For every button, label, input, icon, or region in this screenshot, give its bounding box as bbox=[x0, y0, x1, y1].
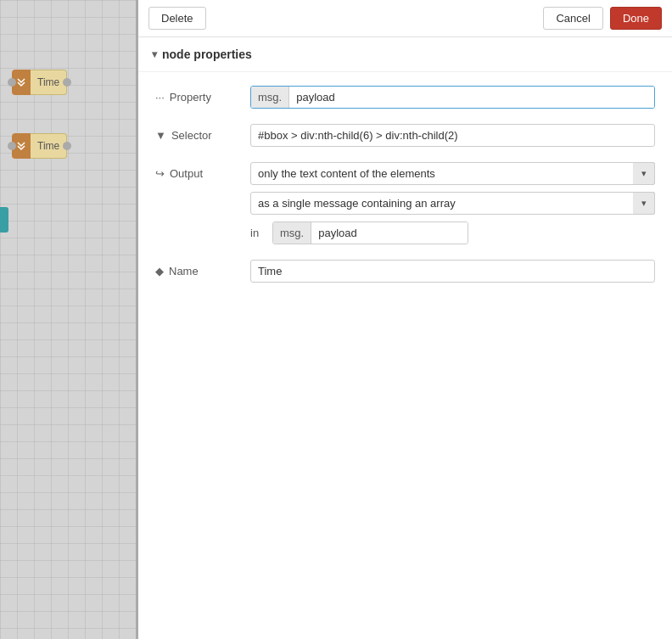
node-connector-left bbox=[8, 78, 16, 87]
property-label: ··· Property bbox=[155, 86, 240, 104]
section-header[interactable]: ▾ node properties bbox=[138, 37, 672, 72]
done-button[interactable]: Done bbox=[610, 7, 662, 30]
output-label: ↪ Output bbox=[155, 162, 240, 180]
output-row: ↪ Output only the text content of the el… bbox=[155, 162, 655, 244]
node-label-2: Time bbox=[31, 133, 67, 159]
collapse-icon: ▾ bbox=[152, 48, 157, 60]
output-group: only the text content of the elements as… bbox=[250, 162, 655, 244]
node-time-1[interactable]: Time bbox=[12, 70, 67, 95]
in-prefix-label: msg. bbox=[273, 222, 311, 244]
selector-input[interactable] bbox=[250, 124, 655, 147]
property-row: ··· Property msg. bbox=[155, 86, 655, 109]
selector-label: ▼ Selector bbox=[155, 124, 240, 142]
in-label: in bbox=[250, 227, 267, 239]
in-input-group: msg. bbox=[272, 221, 468, 244]
selector-icon: ▼ bbox=[155, 129, 166, 142]
toolbar: Delete Cancel Done bbox=[138, 0, 672, 37]
name-label: ◆ Name bbox=[155, 260, 240, 277]
property-input[interactable] bbox=[289, 87, 654, 108]
canvas: Time Time bbox=[0, 0, 136, 639]
output-format-wrapper: as a single message containing an array … bbox=[250, 192, 655, 215]
name-icon: ◆ bbox=[155, 265, 164, 277]
toolbar-right: Cancel Done bbox=[543, 7, 662, 30]
node-connector-right-2 bbox=[63, 142, 71, 150]
property-input-group: msg. bbox=[250, 86, 655, 109]
node-connector-right bbox=[63, 78, 71, 87]
section-title: node properties bbox=[162, 48, 252, 61]
properties-panel: Delete Cancel Done ▾ node properties ···… bbox=[138, 0, 672, 639]
node-time-2[interactable]: Time bbox=[12, 133, 67, 159]
cancel-button[interactable]: Cancel bbox=[543, 7, 602, 30]
property-prefix-label: msg. bbox=[251, 87, 289, 108]
property-icon: ··· bbox=[155, 91, 165, 104]
in-row: in msg. bbox=[250, 221, 655, 244]
partial-node bbox=[0, 207, 8, 233]
output-format-select[interactable]: as a single message containing an array … bbox=[250, 192, 655, 215]
properties-form: ··· Property msg. ▼ Selector ↪ Output bbox=[138, 72, 672, 296]
node-label: Time bbox=[31, 70, 67, 95]
delete-button[interactable]: Delete bbox=[148, 7, 206, 30]
toolbar-left: Delete bbox=[148, 7, 206, 30]
output-type-select[interactable]: only the text content of the elements as… bbox=[250, 162, 655, 185]
node-connector-left-2 bbox=[8, 142, 16, 150]
output-type-wrapper: only the text content of the elements as… bbox=[250, 162, 655, 185]
selector-row: ▼ Selector bbox=[155, 124, 655, 147]
output-icon: ↪ bbox=[155, 167, 165, 180]
in-input[interactable] bbox=[311, 222, 468, 244]
name-row: ◆ Name bbox=[155, 260, 655, 283]
name-input[interactable] bbox=[250, 260, 655, 283]
